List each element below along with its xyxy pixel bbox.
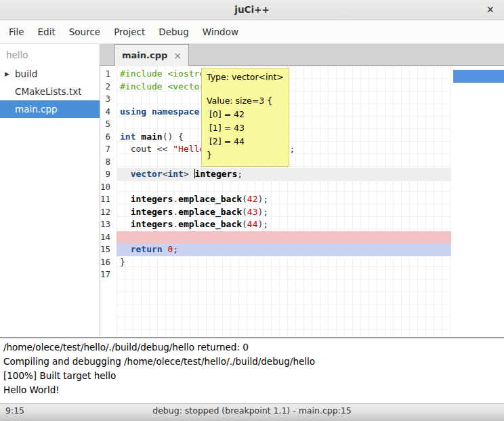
line-number[interactable]: 7: [100, 143, 117, 156]
menubar: FileEditSourceProjectDebugWindow: [0, 20, 504, 44]
line-number[interactable]: 10: [100, 181, 117, 194]
code-lines: 1#include <iostream>2#include <vector>34…: [100, 68, 504, 281]
code-line-7[interactable]: 7 cout << "Hello World!" << endl;: [100, 143, 504, 156]
tooltip-line: [2] = 44: [207, 135, 284, 148]
code-line-3[interactable]: 3: [100, 93, 504, 106]
tab-main-cpp[interactable]: main.cpp ×: [114, 44, 189, 66]
line-number[interactable]: 11: [100, 193, 117, 206]
code-line-4[interactable]: 4using namespace std;: [100, 106, 504, 119]
code-line-13[interactable]: 13 integers.emplace_back(44);: [100, 218, 504, 231]
project-label: hello: [0, 44, 100, 65]
code-line-11[interactable]: 11 integers.emplace_back(42);: [100, 193, 504, 206]
code-editor[interactable]: 1#include <iostream>2#include <vector>34…: [100, 66, 504, 336]
line-number[interactable]: 9: [100, 168, 117, 181]
menu-project[interactable]: Project: [107, 20, 152, 43]
code-line-8[interactable]: 8: [100, 156, 504, 169]
menu-edit[interactable]: Edit: [31, 20, 62, 43]
titlebar: juCi++ ×: [0, 0, 504, 20]
code-line-6[interactable]: 6int main() {: [100, 131, 504, 144]
tabbar: main.cpp ×: [100, 44, 504, 66]
line-number[interactable]: 3: [100, 93, 117, 106]
code-text[interactable]: [117, 231, 451, 244]
line-number[interactable]: 15: [100, 243, 117, 256]
window-title: juCi++: [0, 0, 504, 20]
line-number[interactable]: 2: [100, 81, 117, 94]
menu-debug[interactable]: Debug: [152, 20, 195, 43]
jucipp-window: juCi++ × FileEditSourceProjectDebugWindo…: [0, 0, 504, 421]
terminal-line: Compiling and debugging /home/olece/test…: [3, 355, 501, 369]
tooltip-type-text: Type: vector<int>: [207, 71, 284, 83]
code-text[interactable]: integers.emplace_back(43);: [117, 206, 451, 219]
expander-icon[interactable]: ▶: [5, 71, 9, 77]
code-line-14[interactable]: 14: [100, 231, 504, 244]
terminal-line: Hello World!: [3, 383, 501, 397]
terminal-line: [100%] Built target hello: [3, 369, 501, 383]
line-number[interactable]: 13: [100, 218, 117, 231]
tree-item-label: main.cpp: [15, 104, 58, 115]
menu-file[interactable]: File: [2, 20, 31, 43]
code-text[interactable]: return 0;: [117, 243, 451, 256]
tooltip-line: [0] = 42: [207, 108, 284, 121]
line-number[interactable]: 1: [100, 68, 117, 81]
code-line-17[interactable]: 17: [100, 268, 504, 281]
code-line-16[interactable]: 16}: [100, 256, 504, 269]
code-text[interactable]: vector<int> integers;: [117, 168, 451, 181]
tree-item-label: CMakeLists.txt: [15, 86, 82, 97]
code-line-12[interactable]: 12 integers.emplace_back(43);: [100, 206, 504, 219]
line-number[interactable]: 8: [100, 156, 117, 169]
file-tree: ▶buildCMakeLists.txtmain.cpp: [0, 65, 100, 118]
code-text[interactable]: }: [117, 256, 451, 269]
status-message: debug: stopped (breakpoint 1.1) - main.c…: [0, 405, 504, 416]
statusbar: 9:15 debug: stopped (breakpoint 1.1) - m…: [0, 403, 504, 421]
code-text[interactable]: integers.emplace_back(42);: [117, 193, 451, 206]
line-number[interactable]: 4: [100, 106, 117, 119]
tab-label: main.cpp: [122, 50, 167, 60]
debug-value-tooltip: Type: vector<int> Value: size=3 { [0] = …: [201, 68, 289, 167]
code-text[interactable]: [117, 268, 451, 281]
tree-item-cmakelists-txt[interactable]: CMakeLists.txt: [0, 83, 100, 100]
window-close-icon[interactable]: ×: [486, 0, 495, 20]
code-line-2[interactable]: 2#include <vector>: [100, 81, 504, 94]
line-number[interactable]: 17: [100, 268, 117, 281]
menu-source[interactable]: Source: [62, 20, 107, 43]
line-number[interactable]: 14: [100, 231, 117, 244]
code-line-1[interactable]: 1#include <iostream>: [100, 68, 504, 81]
line-number[interactable]: 5: [100, 118, 117, 131]
tree-item-main-cpp[interactable]: main.cpp: [0, 100, 100, 118]
scrollbar-thumb[interactable]: [453, 70, 504, 83]
code-line-10[interactable]: 10: [100, 181, 504, 194]
line-number[interactable]: 12: [100, 206, 117, 219]
code-line-5[interactable]: 5: [100, 118, 504, 131]
code-line-15[interactable]: 15 return 0;: [100, 243, 504, 256]
code-text[interactable]: [117, 181, 451, 194]
tooltip-value-text: Value: size=3 { [0] = 42 [1] = 43 [2] = …: [207, 94, 284, 162]
code-line-9[interactable]: 9 vector<int> integers;: [100, 168, 504, 181]
line-number[interactable]: 16: [100, 256, 117, 269]
code-text[interactable]: integers.emplace_back(44);: [117, 218, 451, 231]
terminal-output[interactable]: /home/olece/test/hello/./build/debug/hel…: [0, 337, 504, 403]
line-number[interactable]: 6: [100, 131, 117, 144]
tree-item-label: build: [15, 68, 37, 79]
tooltip-line: Value: size=3 {: [207, 94, 284, 108]
tooltip-line: }: [207, 148, 284, 162]
tab-close-icon[interactable]: ×: [173, 50, 182, 61]
terminal-line: /home/olece/test/hello/./build/debug/hel…: [3, 340, 501, 355]
tooltip-line: [1] = 43: [207, 121, 284, 135]
tree-item-build[interactable]: ▶build: [0, 65, 100, 83]
menu-window[interactable]: Window: [196, 20, 245, 43]
file-tree-panel: hello ▶buildCMakeLists.txtmain.cpp: [0, 44, 100, 336]
